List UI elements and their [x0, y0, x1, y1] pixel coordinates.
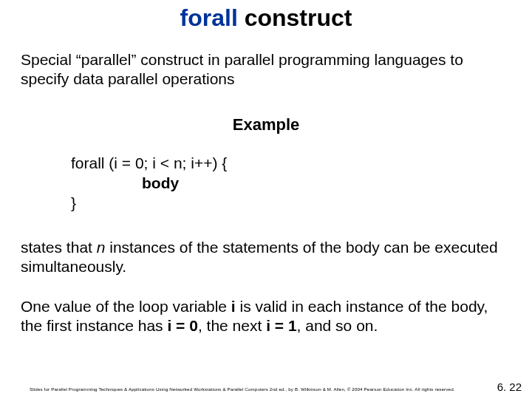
title-keyword: forall [180, 4, 238, 31]
example-heading: Example [0, 115, 532, 134]
paragraph-2: One value of the loop variable i is vali… [21, 297, 511, 335]
footer-text: Slides for Parallel Programming Techniqu… [30, 386, 466, 392]
code-line-1: forall (i = 0; i < n; i++) { [71, 154, 485, 174]
p2-text-4: , and so on. [297, 317, 378, 334]
p2-text-3: , the next [198, 317, 266, 334]
intro-text: Special “parallel” construct in parallel… [21, 50, 511, 88]
title-rest: construct [238, 4, 352, 31]
page-number: 6. 22 [497, 381, 522, 393]
slide-title: forall construct [0, 4, 532, 32]
paragraph-1: states that n instances of the statement… [21, 238, 511, 276]
code-block: forall (i = 0; i < n; i++) { body } [71, 154, 485, 214]
p2-bold-i0: i = 0 [167, 317, 197, 334]
p1-italic-n: n [97, 239, 106, 256]
code-line-3: } [71, 194, 485, 214]
slide: forall construct Special “parallel” cons… [0, 0, 532, 399]
p2-text-1: One value of the loop variable [21, 298, 231, 315]
p1-text-1: states that [21, 239, 97, 256]
code-line-2: body [142, 174, 179, 191]
p2-bold-i1: i = 1 [266, 317, 296, 334]
